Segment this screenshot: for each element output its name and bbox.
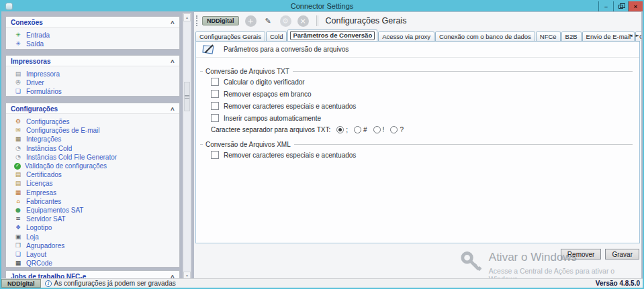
- tab-cold[interactable]: Cold: [266, 32, 287, 41]
- tab-label: Acesso via proxy: [382, 33, 430, 40]
- tab-label: NFCe: [540, 33, 557, 40]
- sidebar-section-header[interactable]: Conexões∧: [6, 17, 179, 27]
- radio-button[interactable]: [390, 126, 398, 133]
- checkbox-remover-caracteres-especiais-e-acentuados[interactable]: [211, 151, 219, 159]
- tab-label: Controle de numeração: [639, 33, 641, 40]
- sidebar-item-instancias-cold-file-generator[interactable]: ◔Instâncias Cold File Generator: [14, 153, 178, 162]
- sidebar-item-label: Instâncias Cold File Generator: [26, 154, 117, 161]
- radio-option[interactable]: ?: [390, 126, 404, 133]
- checkbox-remover-espacos-em-branco[interactable]: [211, 90, 219, 98]
- tab-parametros-de-conversao[interactable]: Parâmetros de Conversão: [287, 30, 377, 41]
- separator-label: Caractere separador para arquivos TXT:: [211, 126, 330, 133]
- sidebar-item-impressora[interactable]: ▤Impressora: [14, 70, 178, 78]
- sidebar-item-label: Entrada: [26, 32, 50, 39]
- manufacturers-icon: ⌂: [14, 198, 22, 205]
- add-circle-icon[interactable]: +: [245, 15, 257, 27]
- minimize-icon[interactable]: –: [598, 1, 613, 11]
- tab-acesso-via-proxy[interactable]: Acesso via proxy: [378, 32, 434, 41]
- info-circle-icon: i: [45, 280, 52, 287]
- tab-envio-de-e-mail[interactable]: Envio de E-mail: [582, 32, 635, 41]
- sidebar: Conexões∧✳Entrada✳SaídaImpressoras∧▤Impr…: [5, 15, 180, 280]
- companies-icon: ▦: [14, 189, 22, 196]
- close-icon[interactable]: ×: [628, 1, 643, 11]
- sidebar-item-loja[interactable]: ▣Loja: [14, 232, 178, 241]
- tab-conexao-com-o-banco-de-dados[interactable]: Conexão com o banco de dados: [435, 32, 535, 41]
- sidebar-item-label: Licenças: [26, 180, 52, 187]
- sidebar-item-configuracoes-de-e-mail[interactable]: ✉Configurações de E-mail: [14, 126, 178, 135]
- checkbox-inserir-campos-automaticamente[interactable]: [211, 114, 219, 122]
- toolbar-grip[interactable]: [196, 15, 199, 26]
- separator-radio-row: Caractere separador para arquivos TXT:;#…: [211, 124, 634, 135]
- radio-option[interactable]: !: [373, 126, 385, 133]
- radio-button[interactable]: [373, 126, 381, 133]
- radio-option[interactable]: ;: [336, 126, 348, 133]
- sidebar-item-formularios[interactable]: ❏Formulários: [14, 87, 178, 96]
- content-body: Conversão de Arquivos TXTCalcular o digi…: [196, 58, 639, 161]
- radio-label: ?: [400, 126, 404, 133]
- sidebar-item-label: Logotipo: [26, 224, 52, 231]
- sidebar-section-header[interactable]: Configurações∧: [6, 103, 179, 114]
- sidebar-item-label: Certificados: [26, 171, 62, 178]
- radio-label: ;: [346, 126, 348, 133]
- collapse-caret-icon[interactable]: ∧: [170, 106, 175, 112]
- group-label-conversao-de-arquivos-txt: Conversão de Arquivos TXT: [200, 67, 634, 76]
- sidebar-item-entrada[interactable]: ✳Entrada: [14, 31, 178, 40]
- sidebar-item-layout[interactable]: ❏Layout: [14, 250, 178, 259]
- groupers-icon: ❐: [14, 242, 22, 249]
- radio-option[interactable]: #: [354, 126, 367, 133]
- sidebar-item-label: Empresas: [26, 189, 56, 196]
- tab-nfce[interactable]: NFCe: [536, 32, 561, 41]
- collapse-caret-icon[interactable]: ∧: [170, 19, 175, 25]
- sidebar-item-integracoes[interactable]: ▦Integrações: [14, 135, 178, 143]
- checkbox-remover-caracteres-especiais-e-acentuados[interactable]: [211, 102, 219, 110]
- tab-label: Parâmetros de Conversão: [290, 31, 375, 40]
- checkbox-row: Calcular o digito verificador: [211, 76, 634, 88]
- collapse-caret-icon[interactable]: ∧: [170, 58, 175, 64]
- sidebar-section-conexoes: Conexões∧✳Entrada✳Saída: [5, 16, 180, 50]
- sidebar-item-agrupadores[interactable]: ❐Agrupadores: [14, 241, 178, 250]
- tab-scroll-arrows: ◄►: [629, 33, 639, 38]
- certificates-icon: ▤: [14, 171, 22, 178]
- gear-circle-icon[interactable]: ⚙: [280, 15, 291, 27]
- remove-circle-icon[interactable]: ×: [297, 15, 309, 27]
- sidebar-item-driver[interactable]: ✇Driver: [14, 78, 178, 87]
- edit-note-icon: [202, 44, 216, 55]
- sidebar-section-header[interactable]: Impressoras∧: [6, 56, 179, 66]
- sidebar-item-servidor-sat[interactable]: ≡Servidor SAT: [14, 215, 178, 223]
- tab-strip: Configurações GeraisColdParâmetros de Co…: [194, 29, 641, 41]
- sidebar-item-logotipo[interactable]: ❖Logotipo: [14, 223, 178, 232]
- sidebar-item-equipamentos-sat[interactable]: ●Equipamentos SAT: [14, 206, 178, 215]
- sidebar-item-validacao-de-configuracoes[interactable]: ✓Validação de configurações: [14, 162, 178, 170]
- sidebar-item-licencas[interactable]: ▤Licenças: [14, 179, 178, 188]
- sidebar-item-instancias-cold[interactable]: ◔Instâncias Cold: [14, 144, 178, 153]
- printer-icon: ▤: [14, 70, 22, 78]
- sidebar-item-label: Servidor SAT: [26, 215, 66, 223]
- tab-b2b[interactable]: B2B: [561, 32, 582, 41]
- checkbox-calcular-o-digito-verificador[interactable]: [211, 78, 219, 86]
- sidebar-scrollbar[interactable]: ▲ ▼: [183, 13, 191, 280]
- content-header-text: Parâmetros para a conversão de arquivos: [224, 46, 349, 53]
- sidebar-item-label: Integrações: [26, 135, 61, 143]
- edit-pencil-icon[interactable]: ✎: [263, 15, 274, 27]
- tab-scroll-right-icon[interactable]: ►: [636, 33, 639, 38]
- version-label: Versão 4.8.5.0: [596, 280, 640, 287]
- scroll-up-icon[interactable]: ▲: [183, 13, 191, 21]
- sidebar-section-title: Conexões: [11, 19, 43, 26]
- windows-key-icon: [460, 251, 481, 274]
- tab-configuracoes-gerais[interactable]: Configurações Gerais: [195, 32, 265, 41]
- content-panel: Parâmetros para a conversão de arquivos …: [195, 41, 640, 243]
- tab-label: Envio de E-mail: [586, 33, 631, 40]
- sidebar-item-saida[interactable]: ✳Saída: [14, 40, 178, 48]
- checkbox-row: Remover espaços em branco: [211, 88, 634, 100]
- radio-button[interactable]: [336, 126, 344, 133]
- sidebar-item-configuracoes[interactable]: ⚙Configurações: [14, 117, 178, 126]
- sidebar-item-empresas[interactable]: ▦Empresas: [14, 188, 178, 197]
- sidebar-item-certificados[interactable]: ▤Certificados: [14, 170, 178, 179]
- radio-button[interactable]: [354, 126, 361, 133]
- sidebar-item-fabricantes[interactable]: ⌂Fabricantes: [14, 197, 178, 206]
- scrollbar-thumb[interactable]: [184, 82, 190, 111]
- restore-icon[interactable]: [613, 1, 628, 11]
- sidebar-item-label: Loja: [26, 233, 39, 241]
- sidebar-item-qrcode[interactable]: ▦QRCode: [14, 259, 178, 268]
- tab-scroll-left-icon[interactable]: ◄: [629, 33, 632, 38]
